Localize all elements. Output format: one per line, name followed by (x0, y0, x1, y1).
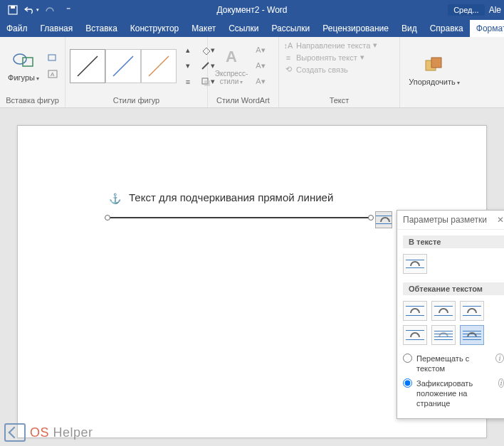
wrap-front[interactable] (460, 325, 484, 345)
wrap-inline[interactable] (403, 254, 427, 274)
quick-styles-button: A Экспресс-стили (212, 43, 251, 90)
tab-mailings[interactable]: Рассылки (265, 20, 316, 37)
text-box-icon[interactable]: A (46, 68, 60, 80)
tab-references[interactable]: Ссылки (222, 20, 265, 37)
contextual-tools-label: Сред... (448, 4, 485, 16)
tab-view[interactable]: Вид (395, 20, 424, 37)
group-arrange: Упорядочить (400, 37, 504, 107)
align-text-button: ≡Выровнять текст ▾ (283, 52, 364, 63)
svg-point-2 (14, 54, 26, 64)
watermark-brand-1: OS (30, 425, 49, 440)
resize-handle-left[interactable] (105, 215, 110, 221)
title-bar: ▾ ⁼ Документ2 - Word Сред... Ale (0, 0, 504, 20)
group-label: Текст (279, 95, 399, 107)
wrap-topbottom[interactable] (403, 325, 427, 345)
ribbon: Фигуры A Вставка фигур ▴ ▾ ≡ ▾ ▾ (0, 37, 504, 108)
arrange-icon (423, 53, 446, 76)
group-label: Стили WordArt (208, 95, 278, 107)
svg-text:A: A (51, 71, 55, 78)
section-wrap-label: Обтекание текстом (403, 282, 504, 295)
tab-design[interactable]: Конструктор (124, 20, 185, 37)
layout-options-button[interactable] (375, 211, 392, 228)
style-option-1[interactable] (70, 49, 105, 83)
save-icon[interactable] (4, 1, 21, 18)
shapes-icon (12, 49, 35, 72)
layout-options-popup: Параметры разметки ✕ В тексте Обтекание … (397, 210, 504, 419)
group-label (400, 103, 504, 107)
quick-access-toolbar: ▾ ⁼ (0, 1, 81, 18)
letter-a-icon: A (220, 46, 243, 68)
tab-file[interactable]: Файл (0, 20, 34, 37)
window-title: Документ2 - Word (216, 5, 287, 15)
shape-style-gallery[interactable] (70, 49, 177, 83)
gallery-down-icon[interactable]: ▾ (181, 60, 195, 73)
close-icon[interactable]: ✕ (497, 215, 504, 225)
tab-help[interactable]: Справка (424, 20, 470, 37)
cursor-icon (4, 423, 26, 442)
style-option-3[interactable] (141, 49, 177, 83)
anchor-icon[interactable]: ⚓ (109, 193, 121, 204)
info-icon[interactable]: i (498, 378, 504, 388)
text-fill-icon: A▾ (253, 44, 268, 57)
info-icon[interactable]: i (495, 354, 504, 363)
wrap-behind[interactable] (431, 325, 456, 345)
group-label: Вставка фигур (0, 95, 65, 107)
group-label: Стили фигур (65, 95, 207, 107)
text-direction-icon: ↕A (283, 41, 293, 50)
tab-insert[interactable]: Вставка (79, 20, 124, 37)
group-wordart-styles: A Экспресс-стили A▾ A▾ A▾ Стили WordArt (208, 37, 279, 107)
tab-review[interactable]: Рецензирование (316, 20, 395, 37)
wrap-through[interactable] (460, 301, 484, 321)
style-option-2[interactable] (105, 49, 141, 83)
svg-rect-4 (48, 55, 56, 60)
text-effects-icon: A▾ (253, 75, 268, 88)
arrange-button[interactable]: Упорядочить (404, 47, 464, 94)
ribbon-tabs: Файл Главная Вставка Конструктор Макет С… (0, 20, 504, 37)
tab-layout[interactable]: Макет (185, 20, 222, 37)
link-icon: ⟲ (283, 65, 293, 74)
text-outline-icon: A▾ (253, 60, 268, 73)
svg-rect-1 (11, 6, 15, 9)
svg-line-9 (149, 56, 169, 76)
gallery-more-icon[interactable]: ≡ (181, 75, 195, 88)
popup-title: Параметры разметки (403, 215, 487, 225)
watermark: OS Helper (4, 423, 93, 442)
group-insert-shapes: Фигуры A Вставка фигур (0, 37, 65, 107)
qat-customize-icon[interactable]: ⁼ (60, 1, 77, 18)
group-text: ↕AНаправление текста ▾ ≡Выровнять текст … (279, 37, 400, 107)
redo-icon[interactable] (41, 1, 58, 18)
edit-shape-icon[interactable] (46, 52, 60, 65)
svg-rect-13 (431, 58, 441, 68)
document-page[interactable]: ⚓ Текст для подчеркивания прямой линией … (17, 125, 487, 438)
svg-line-8 (113, 56, 133, 76)
user-name[interactable]: Ale (489, 5, 501, 15)
section-inline-label: В тексте (403, 235, 504, 248)
create-link-button: ⟲Создать связь (283, 64, 348, 75)
document-area[interactable]: ⚓ Текст для подчеркивания прямой линией … (0, 108, 504, 446)
watermark-brand-2: Helper (53, 425, 93, 440)
svg-line-7 (78, 56, 98, 76)
line-shape[interactable] (107, 217, 371, 218)
tab-home[interactable]: Главная (34, 20, 80, 37)
document-text[interactable]: Текст для подчеркивания прямой линией (129, 191, 333, 203)
shapes-button[interactable]: Фигуры (4, 43, 43, 90)
align-text-icon: ≡ (283, 53, 293, 62)
radio-fix-position[interactable]: Зафиксировать положение на страницеi (403, 378, 504, 409)
undo-icon[interactable]: ▾ (23, 1, 40, 18)
gallery-up-icon[interactable]: ▴ (181, 44, 195, 57)
wrap-tight[interactable] (431, 301, 456, 321)
text-direction-button: ↕AНаправление текста ▾ (283, 40, 377, 51)
svg-rect-3 (23, 58, 33, 66)
resize-handle-right[interactable] (368, 215, 374, 221)
radio-move-with-text[interactable]: Перемещать с текстомi (403, 354, 504, 374)
tab-format[interactable]: Формат (470, 20, 504, 37)
group-shape-styles: ▴ ▾ ≡ ▾ ▾ ▾ Стили фигур (65, 37, 208, 107)
wrap-square[interactable] (403, 301, 427, 321)
